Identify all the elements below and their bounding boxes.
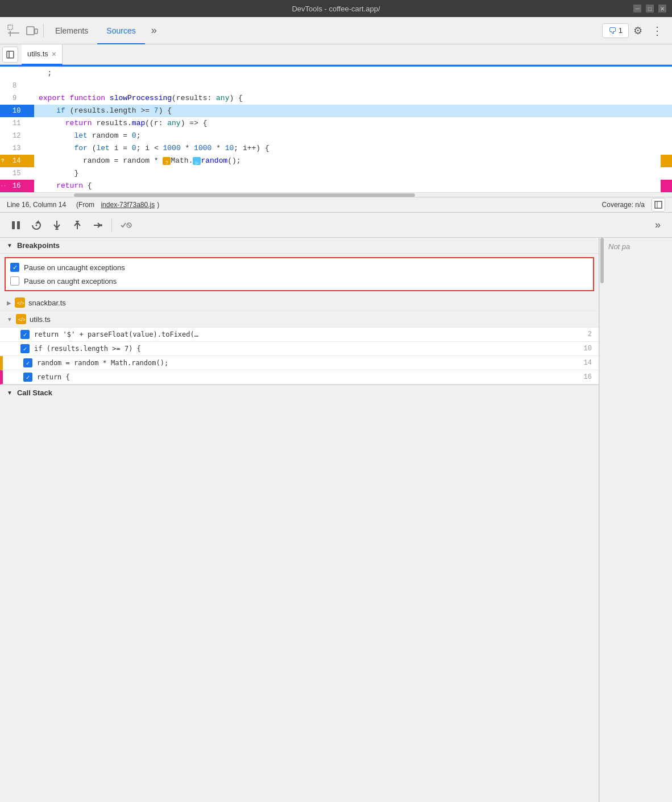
file-tab-utils[interactable]: utils.ts × (22, 44, 63, 65)
line-gutter-13: 13 (0, 142, 34, 155)
call-stack-chevron: ▼ (7, 390, 13, 396)
line-gutter-9: 9 (0, 92, 34, 105)
debug-more-button[interactable]: » (650, 219, 665, 231)
svg-text:</>: </> (18, 317, 25, 323)
breakpoint-item-line10[interactable]: if (results.length >= 7) { 10 (0, 342, 599, 356)
notifications-badge[interactable]: 🗨 1 (602, 23, 629, 38)
line-gutter-15: 15 (0, 167, 34, 180)
file-icon-snackbar: </> (15, 297, 25, 308)
line-gutter-14: ? 14 (0, 155, 34, 167)
horizontal-scrollbar[interactable] (0, 192, 672, 197)
uncaught-exception-label: Pause on uncaught exceptions (24, 263, 125, 272)
line-content-14: random = random * ?Math.▷random(); (34, 155, 672, 167)
breakpoint-file-snackbar[interactable]: ▶ </> snackbar.ts (0, 295, 599, 311)
svg-line-16 (128, 224, 131, 226)
svg-rect-8 (17, 221, 20, 229)
close-paren: ) (157, 201, 159, 209)
breakpoints-label: Breakpoints (17, 241, 60, 250)
deactivate-breakpoints-button[interactable] (117, 216, 135, 234)
settings-icon[interactable]: ⚙ (629, 22, 647, 40)
debug-toolbar: » (0, 213, 672, 238)
uncaught-exception-row[interactable]: Pause on uncaught exceptions (10, 261, 588, 274)
breakpoint-item-line2[interactable]: return '$' + parseFloat(value).toFixed(…… (0, 328, 599, 342)
breakpoint-item-line14[interactable]: random = random * Math.random(); 14 (0, 356, 599, 370)
from-keyword: (From (76, 201, 94, 209)
coverage-icon-button[interactable] (652, 198, 665, 212)
sidebar-toggle-button[interactable] (2, 47, 18, 63)
close-button[interactable]: ✕ (658, 5, 666, 13)
breakpoints-section-header[interactable]: ▼ Breakpoints (0, 238, 599, 254)
bp-linenum-line16: 16 (580, 373, 592, 381)
more-menu-icon[interactable]: ⋮ (647, 24, 667, 38)
expand-icon-utils: ▼ (7, 316, 13, 323)
step-out-button[interactable] (68, 216, 86, 234)
bp-code-line10: if (results.length >= 7) { (34, 345, 141, 353)
more-tabs-icon[interactable]: » (145, 22, 163, 40)
code-line-8: 8 (0, 80, 672, 92)
horizontal-scroll-thumb[interactable] (74, 193, 415, 197)
window-controls: ─ □ ✕ (633, 5, 666, 13)
step-over-button[interactable] (27, 216, 45, 234)
breakpoint-file-utils[interactable]: ▼ </> utils.ts (0, 311, 599, 328)
tab-sources[interactable]: Sources (97, 17, 144, 44)
line-content-15: } (34, 167, 672, 180)
file-name-utils: utils.ts (30, 315, 51, 324)
bp-code-line16: return { (37, 373, 70, 381)
svg-point-14 (100, 224, 102, 226)
breakpoints-chevron: ▼ (7, 242, 13, 249)
line-gutter-8: 8 (0, 80, 34, 92)
vertical-scrollbar[interactable] (599, 238, 604, 802)
step-into-button[interactable] (48, 216, 66, 234)
uncaught-exception-checkbox[interactable] (10, 263, 19, 272)
right-panel-text: Not pa (608, 242, 630, 251)
code-line-7: ; (0, 67, 672, 80)
svg-rect-1 (27, 27, 34, 35)
code-line-12: 12 let random = 0; (0, 130, 672, 142)
inspect-element-icon[interactable] (5, 22, 23, 40)
code-line-11: 11 return results.map((r: any) => { (0, 117, 672, 130)
file-icon-utils: </> (16, 314, 26, 324)
expand-icon-snackbar: ▶ (7, 300, 11, 306)
bp-checkbox-line10[interactable] (20, 344, 30, 353)
line-content-12: let random = 0; (34, 130, 672, 142)
caught-exception-row[interactable]: Pause on caught exceptions (10, 274, 588, 288)
code-lines: ; 8 9 export function slowProcessing(res… (0, 67, 672, 192)
pause-resume-button[interactable] (7, 216, 25, 234)
line-content-16: return { (34, 180, 672, 192)
bp-code-line2: return '$' + parseFloat(value).toFixed(… (34, 330, 198, 338)
bp-checkbox-line16[interactable] (23, 373, 32, 382)
message-icon: 🗨 (608, 26, 616, 35)
tab-elements[interactable]: Elements (46, 17, 97, 44)
coverage-label: Coverage: n/a (602, 201, 645, 209)
line-content-8 (34, 80, 672, 92)
restore-button[interactable]: □ (646, 5, 654, 13)
code-line-16: ·· 16 return { (0, 180, 672, 192)
svg-text:</>: </> (17, 300, 24, 306)
minimize-button[interactable]: ─ (633, 5, 641, 13)
line-gutter-12: 12 (0, 130, 34, 142)
svg-rect-7 (12, 221, 15, 229)
svg-rect-2 (35, 29, 38, 34)
bp-checkbox-line14[interactable] (23, 358, 32, 367)
code-line-9: 9 export function slowProcessing(results… (0, 92, 672, 105)
main-content: ▼ Breakpoints Pause on uncaught exceptio… (0, 238, 672, 802)
line-gutter-11: 11 (0, 117, 34, 130)
bp-checkbox-line2[interactable] (20, 330, 30, 339)
code-editor: ; 8 9 export function slowProcessing(res… (0, 65, 672, 197)
source-file-link[interactable]: index-73f73a80.js (101, 201, 155, 209)
continue-button[interactable] (89, 216, 107, 234)
right-panel: Not pa (604, 238, 672, 802)
window-title: DevTools - coffee-cart.app/ (292, 5, 380, 13)
bp-code-line14: random = random * Math.random(); (37, 359, 168, 367)
file-tab-label: utils.ts (27, 49, 48, 58)
call-stack-label: Call Stack (17, 388, 52, 397)
caught-exception-label: Pause on caught exceptions (24, 277, 117, 286)
call-stack-section-header[interactable]: ▼ Call Stack (0, 385, 599, 400)
debug-divider (111, 218, 112, 232)
vertical-scroll-thumb[interactable] (600, 238, 604, 283)
device-toolbar-icon[interactable] (23, 22, 41, 40)
breakpoint-item-line16[interactable]: return { 16 (0, 370, 599, 385)
title-bar: DevTools - coffee-cart.app/ ─ □ ✕ (0, 0, 672, 17)
file-tab-close[interactable]: × (52, 49, 56, 59)
caught-exception-checkbox[interactable] (10, 276, 19, 286)
